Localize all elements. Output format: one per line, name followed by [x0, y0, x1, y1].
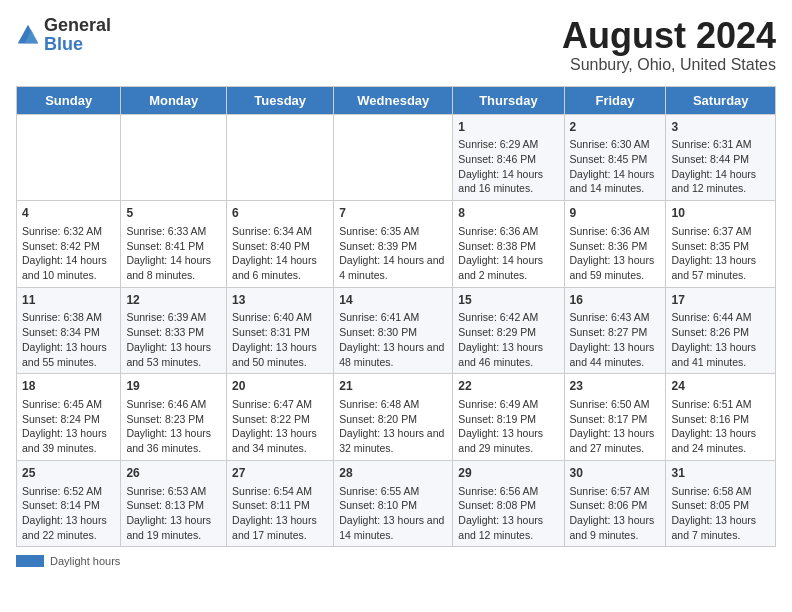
- title-block: August 2024 Sunbury, Ohio, United States: [562, 16, 776, 74]
- day-number: 10: [671, 205, 770, 222]
- day-info: Sunrise: 6:43 AM: [570, 310, 661, 325]
- day-info: Daylight: 13 hours and 22 minutes.: [22, 513, 115, 542]
- main-title: August 2024: [562, 16, 776, 56]
- day-info: Sunrise: 6:29 AM: [458, 137, 558, 152]
- day-info: Sunset: 8:39 PM: [339, 239, 447, 254]
- weekday-header-friday: Friday: [564, 86, 666, 114]
- day-info: Sunrise: 6:58 AM: [671, 484, 770, 499]
- logo-text: General Blue: [44, 16, 111, 54]
- day-info: Daylight: 13 hours and 17 minutes.: [232, 513, 328, 542]
- calendar-cell: [227, 114, 334, 201]
- day-number: 12: [126, 292, 221, 309]
- day-info: Sunrise: 6:56 AM: [458, 484, 558, 499]
- day-number: 7: [339, 205, 447, 222]
- day-info: Sunrise: 6:52 AM: [22, 484, 115, 499]
- calendar-cell: 8Sunrise: 6:36 AMSunset: 8:38 PMDaylight…: [453, 201, 564, 288]
- day-number: 3: [671, 119, 770, 136]
- day-info: Daylight: 13 hours and 46 minutes.: [458, 340, 558, 369]
- calendar-cell: 3Sunrise: 6:31 AMSunset: 8:44 PMDaylight…: [666, 114, 776, 201]
- day-info: Daylight: 13 hours and 24 minutes.: [671, 426, 770, 455]
- day-number: 13: [232, 292, 328, 309]
- day-info: Sunrise: 6:51 AM: [671, 397, 770, 412]
- day-number: 11: [22, 292, 115, 309]
- day-number: 4: [22, 205, 115, 222]
- day-info: Sunset: 8:11 PM: [232, 498, 328, 513]
- day-info: Daylight: 13 hours and 27 minutes.: [570, 426, 661, 455]
- day-info: Sunrise: 6:45 AM: [22, 397, 115, 412]
- day-info: Sunrise: 6:47 AM: [232, 397, 328, 412]
- day-info: Sunrise: 6:55 AM: [339, 484, 447, 499]
- day-number: 31: [671, 465, 770, 482]
- calendar-table: SundayMondayTuesdayWednesdayThursdayFrid…: [16, 86, 776, 548]
- day-number: 26: [126, 465, 221, 482]
- calendar-cell: 30Sunrise: 6:57 AMSunset: 8:06 PMDayligh…: [564, 460, 666, 547]
- day-info: Sunset: 8:10 PM: [339, 498, 447, 513]
- day-number: 30: [570, 465, 661, 482]
- day-info: Daylight: 13 hours and 48 minutes.: [339, 340, 447, 369]
- day-info: Daylight: 14 hours and 10 minutes.: [22, 253, 115, 282]
- day-info: Sunrise: 6:31 AM: [671, 137, 770, 152]
- day-info: Sunset: 8:31 PM: [232, 325, 328, 340]
- day-info: Daylight: 14 hours and 6 minutes.: [232, 253, 328, 282]
- calendar-cell: [17, 114, 121, 201]
- calendar-cell: 24Sunrise: 6:51 AMSunset: 8:16 PMDayligh…: [666, 374, 776, 461]
- day-number: 6: [232, 205, 328, 222]
- day-info: Sunrise: 6:34 AM: [232, 224, 328, 239]
- week-row-2: 4Sunrise: 6:32 AMSunset: 8:42 PMDaylight…: [17, 201, 776, 288]
- day-info: Daylight: 13 hours and 34 minutes.: [232, 426, 328, 455]
- day-info: Daylight: 13 hours and 44 minutes.: [570, 340, 661, 369]
- day-number: 20: [232, 378, 328, 395]
- page-header: General Blue August 2024 Sunbury, Ohio, …: [16, 16, 776, 74]
- calendar-cell: 18Sunrise: 6:45 AMSunset: 8:24 PMDayligh…: [17, 374, 121, 461]
- day-number: 14: [339, 292, 447, 309]
- daylight-label: Daylight hours: [50, 555, 120, 567]
- day-info: Sunset: 8:26 PM: [671, 325, 770, 340]
- logo-blue: Blue: [44, 34, 83, 54]
- day-info: Daylight: 13 hours and 59 minutes.: [570, 253, 661, 282]
- day-info: Daylight: 13 hours and 36 minutes.: [126, 426, 221, 455]
- day-info: Sunset: 8:27 PM: [570, 325, 661, 340]
- day-number: 24: [671, 378, 770, 395]
- day-info: Daylight: 14 hours and 2 minutes.: [458, 253, 558, 282]
- day-info: Sunset: 8:41 PM: [126, 239, 221, 254]
- calendar-cell: 22Sunrise: 6:49 AMSunset: 8:19 PMDayligh…: [453, 374, 564, 461]
- day-info: Sunrise: 6:35 AM: [339, 224, 447, 239]
- day-info: Daylight: 13 hours and 57 minutes.: [671, 253, 770, 282]
- day-info: Daylight: 14 hours and 8 minutes.: [126, 253, 221, 282]
- day-info: Sunset: 8:22 PM: [232, 412, 328, 427]
- calendar-cell: 17Sunrise: 6:44 AMSunset: 8:26 PMDayligh…: [666, 287, 776, 374]
- day-info: Sunset: 8:14 PM: [22, 498, 115, 513]
- day-info: Sunrise: 6:33 AM: [126, 224, 221, 239]
- day-number: 8: [458, 205, 558, 222]
- calendar-cell: 7Sunrise: 6:35 AMSunset: 8:39 PMDaylight…: [334, 201, 453, 288]
- calendar-cell: 28Sunrise: 6:55 AMSunset: 8:10 PMDayligh…: [334, 460, 453, 547]
- day-info: Daylight: 13 hours and 53 minutes.: [126, 340, 221, 369]
- week-row-5: 25Sunrise: 6:52 AMSunset: 8:14 PMDayligh…: [17, 460, 776, 547]
- day-info: Sunset: 8:40 PM: [232, 239, 328, 254]
- day-info: Sunrise: 6:39 AM: [126, 310, 221, 325]
- day-info: Sunset: 8:08 PM: [458, 498, 558, 513]
- day-info: Sunrise: 6:30 AM: [570, 137, 661, 152]
- day-number: 1: [458, 119, 558, 136]
- calendar-cell: 23Sunrise: 6:50 AMSunset: 8:17 PMDayligh…: [564, 374, 666, 461]
- week-row-1: 1Sunrise: 6:29 AMSunset: 8:46 PMDaylight…: [17, 114, 776, 201]
- day-info: Daylight: 13 hours and 19 minutes.: [126, 513, 221, 542]
- day-info: Sunset: 8:13 PM: [126, 498, 221, 513]
- calendar-cell: 26Sunrise: 6:53 AMSunset: 8:13 PMDayligh…: [121, 460, 227, 547]
- day-info: Sunrise: 6:53 AM: [126, 484, 221, 499]
- day-info: Sunset: 8:33 PM: [126, 325, 221, 340]
- weekday-header-sunday: Sunday: [17, 86, 121, 114]
- calendar-cell: [334, 114, 453, 201]
- day-number: 23: [570, 378, 661, 395]
- day-info: Daylight: 13 hours and 39 minutes.: [22, 426, 115, 455]
- calendar-cell: 10Sunrise: 6:37 AMSunset: 8:35 PMDayligh…: [666, 201, 776, 288]
- day-info: Sunrise: 6:54 AM: [232, 484, 328, 499]
- logo-icon: [16, 23, 40, 47]
- calendar-cell: 11Sunrise: 6:38 AMSunset: 8:34 PMDayligh…: [17, 287, 121, 374]
- day-info: Sunrise: 6:46 AM: [126, 397, 221, 412]
- day-number: 22: [458, 378, 558, 395]
- day-number: 29: [458, 465, 558, 482]
- day-info: Sunset: 8:44 PM: [671, 152, 770, 167]
- calendar-cell: 9Sunrise: 6:36 AMSunset: 8:36 PMDaylight…: [564, 201, 666, 288]
- day-info: Sunset: 8:16 PM: [671, 412, 770, 427]
